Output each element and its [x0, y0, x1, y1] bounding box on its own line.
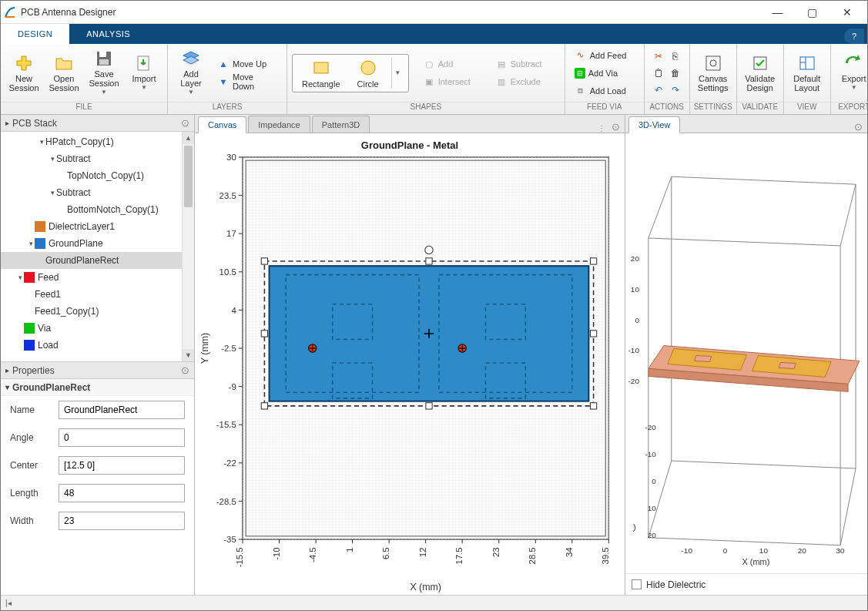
window-title: PCB Antenna Designer [21, 7, 760, 18]
canvas-settings-button[interactable]: Canvas Settings [695, 52, 732, 94]
tree-item[interactable]: TopNotch_Copy(1) [1, 167, 194, 184]
exclude-icon: ▥ [495, 76, 508, 88]
tab-canvas[interactable]: Canvas [198, 116, 246, 133]
tab-pattern3d[interactable]: Pattern3D [312, 116, 370, 133]
tree-scrollbar[interactable]: ▲▼ [182, 132, 194, 361]
tree-item[interactable]: BottomNotch_Copy(1) [1, 201, 194, 218]
circle-shape-button[interactable]: Circle [353, 56, 384, 90]
svg-marker-336 [779, 362, 796, 368]
tree-item[interactable]: Feed1 [1, 286, 194, 303]
svg-text:17: 17 [226, 229, 236, 238]
boolean-add-button[interactable]: ▢Add [418, 55, 488, 72]
add-feed-button[interactable]: ∿Add Feed [570, 47, 639, 64]
move-up-button[interactable]: ▲Move Up [213, 55, 282, 72]
export-button[interactable]: Export▼ [836, 52, 868, 94]
canvas-plot[interactable]: -15.5-10-4.516.51217.52328.53439.5-35-28… [195, 133, 625, 595]
status-caret-icon[interactable]: |◂ [5, 599, 12, 607]
tab-design[interactable]: DESIGN [1, 24, 69, 44]
cut-button[interactable]: ✂ [651, 49, 666, 64]
tree-item[interactable]: ▾GroundPlane [1, 235, 194, 252]
boolean-intersect-button[interactable]: ▣Intersect [418, 73, 488, 90]
redo-button[interactable]: ↷ [668, 82, 683, 98]
tree-item[interactable]: DielectricLayer1 [1, 218, 194, 235]
undo-button[interactable]: ↶ [651, 82, 666, 98]
delete-button[interactable]: 🗑︎ [668, 65, 683, 81]
canvas-area[interactable]: GroundPlane - Metal -15.5-10-4.516.51217… [195, 133, 625, 595]
paste-button[interactable]: 📋︎ [651, 65, 666, 81]
view3d-area[interactable]: 20100-10-20-20-1001020-100102030X (mm)) [625, 133, 867, 573]
validate-design-button[interactable]: Validate Design [742, 52, 779, 94]
svg-text:X (mm): X (mm) [742, 557, 770, 566]
property-input[interactable] [59, 512, 185, 530]
svg-text:-10: -10 [682, 546, 693, 555]
shape-dropdown-button[interactable]: ▼ [391, 58, 404, 89]
layout-icon [798, 54, 816, 72]
tree-item[interactable]: Feed1_Copy(1) [1, 303, 194, 320]
copy-button[interactable]: ⎘ [668, 49, 683, 64]
svg-text:-20: -20 [645, 423, 656, 431]
tree-item[interactable]: ▾Subtract [1, 184, 194, 201]
layers-icon [182, 49, 200, 68]
save-session-button[interactable]: Save Session▼ [85, 48, 122, 99]
feed-icon: ∿ [575, 49, 587, 62]
boolean-subtract-button[interactable]: ▤Subtract [491, 55, 560, 72]
tree-item[interactable]: Via [1, 320, 194, 337]
tab-options-button[interactable]: ⊙ [612, 121, 620, 133]
svg-text:X (mm): X (mm) [410, 582, 441, 593]
add-load-button[interactable]: ⧈Add Load [570, 82, 639, 99]
svg-text:0: 0 [635, 316, 639, 324]
svg-text:-35: -35 [223, 535, 236, 544]
tab-impedance[interactable]: Impedance [248, 116, 310, 133]
tree-item[interactable]: GroundPlaneRect [1, 252, 194, 269]
property-row: Angle [1, 424, 194, 452]
svg-text:-28.5: -28.5 [216, 497, 236, 506]
property-input[interactable] [59, 428, 185, 447]
svg-text:-9: -9 [229, 382, 236, 391]
collapse-icon[interactable]: ▸ [5, 119, 9, 127]
import-button[interactable]: Import▼ [126, 52, 163, 94]
tree-item[interactable]: ▾Feed [1, 269, 194, 286]
collapse-icon[interactable]: ▸ [5, 366, 9, 374]
circle-icon [358, 58, 378, 78]
add-via-button[interactable]: ⊟Add Via [570, 65, 639, 82]
tab-3dview[interactable]: 3D-View [628, 116, 680, 133]
tabs-menu-button[interactable]: ⋮ [598, 124, 605, 133]
pcb-stack-tree[interactable]: ▾HPatch_Copy(1)▾SubtractTopNotch_Copy(1)… [1, 132, 194, 362]
view3d-plot[interactable]: 20100-10-20-20-1001020-100102030X (mm)) [625, 133, 867, 573]
new-session-button[interactable]: New Session [5, 52, 42, 94]
group-label-actions: ACTIONS [645, 102, 689, 114]
property-row: Center [1, 452, 194, 479]
svg-rect-276 [426, 403, 432, 409]
tree-item[interactable]: ▾HPatch_Copy(1) [1, 133, 194, 150]
panel-options-button[interactable]: ⊙ [181, 364, 189, 376]
hide-dielectric-checkbox[interactable] [632, 579, 642, 589]
center-tabs: Canvas Impedance Pattern3D ⋮ ⊙ [195, 115, 625, 133]
tree-item[interactable]: Load [1, 337, 194, 354]
property-input[interactable] [59, 456, 185, 475]
add-layer-button[interactable]: Add Layer▼ [173, 48, 209, 99]
close-button[interactable]: ✕ [829, 1, 864, 23]
save-icon [95, 49, 113, 68]
svg-rect-4 [99, 59, 109, 65]
property-input[interactable] [59, 484, 185, 502]
svg-marker-326 [648, 461, 856, 546]
property-input[interactable] [59, 401, 185, 419]
maximize-button[interactable]: ▢ [795, 1, 829, 23]
boolean-exclude-button[interactable]: ▥Exclude [491, 73, 560, 90]
rectangle-shape-button[interactable]: Rectangle [297, 56, 345, 90]
properties-section-title: ▾GroundPlaneRect [1, 379, 194, 396]
settings-icon [704, 54, 722, 72]
svg-text:-22: -22 [223, 458, 236, 468]
svg-rect-272 [590, 258, 596, 264]
move-down-button[interactable]: ▼Move Down [213, 73, 282, 90]
right-tab-options-button[interactable]: ⊙ [854, 121, 863, 133]
clipboard-icon: 📋︎ [654, 68, 663, 79]
tab-analysis[interactable]: ANALYSIS [69, 24, 147, 44]
panel-options-button[interactable]: ⊙ [181, 117, 189, 129]
tree-item[interactable]: ▾Subtract [1, 150, 194, 167]
minimize-button[interactable]: — [760, 1, 795, 23]
default-layout-button[interactable]: Default Layout [789, 52, 826, 94]
open-session-button[interactable]: Open Session [45, 52, 82, 94]
svg-text:-20: -20 [628, 377, 640, 385]
help-button[interactable]: ? [844, 29, 864, 44]
